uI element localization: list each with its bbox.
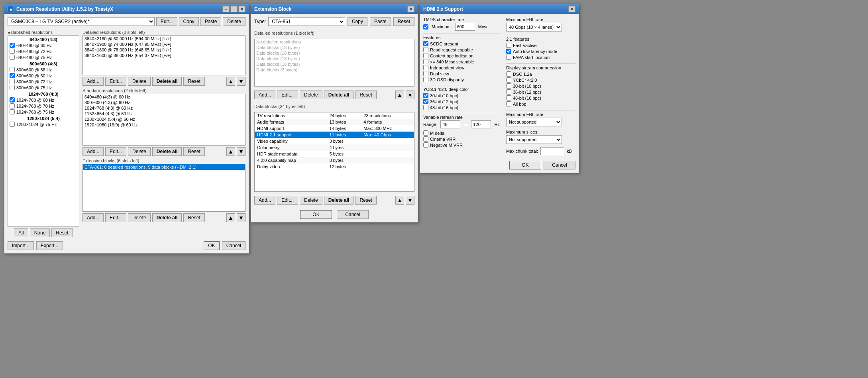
established-listbox[interactable]: 640×480 (4:3) 640×480 @ 60 Hz 640×480 @ … [8, 35, 79, 227]
ext-type-dropdown[interactable]: CTA-861 [268, 17, 345, 26]
established-reset-btn[interactable]: Reset [51, 228, 73, 237]
scdc-checkbox[interactable] [423, 41, 428, 46]
max-slices-dropdown[interactable]: Not supported [506, 135, 562, 144]
ext-detailed-reset-btn[interactable]: Reset [355, 91, 376, 99]
negative-vrr-checkbox[interactable] [423, 142, 428, 148]
checkbox-640-60[interactable] [10, 43, 15, 48]
detailed-add-btn[interactable]: Add... [82, 77, 104, 86]
ycbcr-48-checkbox[interactable] [423, 105, 428, 110]
extension-delete-btn[interactable]: Delete [128, 213, 151, 222]
ext-detailed-up-btn[interactable]: ▲ [395, 91, 404, 99]
tmds-max-input[interactable] [455, 23, 475, 31]
standard-add-btn[interactable]: Add... [82, 147, 104, 156]
monitor-dropdown[interactable]: GSMC0C8 – LG TV SSCR2 (active)* [8, 17, 155, 26]
dual-view-checkbox[interactable] [423, 71, 428, 76]
mdelta-checkbox[interactable] [423, 130, 428, 136]
checkbox-800-75[interactable] [10, 85, 15, 90]
hdmi-close-btn[interactable]: ✕ [568, 6, 575, 12]
ext-db-delete-btn[interactable]: Delete [300, 196, 322, 205]
cinema-vrr-checkbox[interactable] [423, 136, 428, 142]
import-btn[interactable]: Import... [8, 241, 34, 250]
cru-cancel-btn[interactable]: Cancel [222, 241, 245, 250]
dsc-ycbcr-checkbox[interactable] [506, 77, 511, 83]
cru-edit-button[interactable]: Edit... [156, 17, 177, 26]
dsc-all-checkbox[interactable] [506, 101, 511, 106]
tmds-max-checkbox[interactable] [423, 24, 428, 30]
ext-db-edit-btn[interactable]: Edit... [277, 196, 298, 205]
checkbox-800-56[interactable] [10, 67, 15, 72]
ext-detailed-edit-btn[interactable]: Edit... [277, 91, 298, 99]
ext-detailed-down-btn[interactable]: ▼ [406, 91, 414, 99]
extension-up-btn[interactable]: ▲ [226, 213, 235, 222]
fapa-checkbox[interactable] [506, 55, 511, 60]
cru-ok-btn[interactable]: OK [204, 241, 219, 250]
cru-close-btn[interactable]: ✕ [238, 6, 245, 12]
detailed-down-btn[interactable]: ▼ [237, 77, 245, 86]
fast-vactive-checkbox[interactable] [506, 43, 511, 48]
ext-db-down-btn[interactable]: ▼ [406, 196, 414, 205]
ext-copy-btn[interactable]: Copy [348, 17, 367, 26]
checkbox-1024-70[interactable] [10, 103, 15, 108]
standard-up-btn[interactable]: ▲ [226, 147, 235, 156]
ext-detailed-delete-btn[interactable]: Delete [300, 91, 322, 99]
extension-edit-btn[interactable]: Edit... [105, 213, 126, 222]
ext-ok-btn[interactable]: OK [300, 210, 332, 219]
read-request-checkbox[interactable] [423, 47, 428, 52]
cru-maximize-btn[interactable]: □ [230, 6, 238, 12]
scramble-checkbox[interactable] [423, 59, 428, 64]
independent-checkbox[interactable] [423, 65, 428, 70]
detailed-delete-all-btn[interactable]: Delete all [152, 77, 182, 86]
3d-osd-checkbox[interactable] [423, 77, 428, 82]
dsc-36-checkbox[interactable] [506, 89, 511, 94]
established-all-btn[interactable]: All [14, 228, 28, 237]
standard-resolutions-listbox[interactable]: 640×480 (4:3) @ 60 Hz 800×600 (4:3) @ 60… [82, 94, 245, 146]
export-btn[interactable]: Export... [36, 241, 63, 250]
ext-paste-btn[interactable]: Paste [370, 17, 391, 26]
ext-detailed-listbox[interactable]: No detailed resolutions Data blocks (18 … [254, 39, 414, 87]
hdmi-cancel-btn[interactable]: Cancel [544, 161, 575, 169]
ext-detailed-add-btn[interactable]: Add... [254, 91, 275, 99]
detailed-reset-btn[interactable]: Reset [183, 77, 204, 86]
ycbcr-30-checkbox[interactable] [423, 93, 428, 98]
ext-db-add-btn[interactable]: Add... [254, 196, 275, 205]
checkbox-800-60[interactable] [10, 73, 15, 78]
ext-detailed-delete-all-btn[interactable]: Delete all [324, 91, 354, 99]
ycbcr-36-checkbox[interactable] [423, 99, 428, 104]
extension-add-btn[interactable]: Add... [82, 213, 104, 222]
max-frl-dropdown[interactable]: 40 Gbps (10 × 4 lanes) [506, 23, 562, 32]
hdmi-ok-btn[interactable]: OK [509, 161, 541, 169]
extension-delete-all-btn[interactable]: Delete all [152, 213, 182, 222]
established-none-btn[interactable]: None [30, 228, 50, 237]
ext-db-up-btn[interactable]: ▲ [395, 196, 404, 205]
detailed-resolutions-listbox[interactable]: 3840×2160 @ 60.000 Hz (594.00 MHz) [+/+]… [82, 35, 245, 75]
auto-ll-checkbox[interactable] [506, 49, 511, 54]
cru-copy-button[interactable]: Copy [179, 17, 199, 26]
dsc-30-checkbox[interactable] [506, 83, 511, 89]
checkbox-1280-75[interactable] [10, 122, 15, 127]
vrr-min-input[interactable] [440, 120, 460, 128]
extension-blocks-listbox[interactable]: CTA-861: 0 detailed resolutions, 9 data … [82, 164, 245, 212]
standard-delete-all-btn[interactable]: Delete all [152, 147, 182, 156]
ext-db-delete-all-btn[interactable]: Delete all [324, 196, 354, 205]
dsc-12a-checkbox[interactable] [506, 71, 511, 77]
cru-paste-button[interactable]: Paste [200, 17, 222, 26]
standard-delete-btn[interactable]: Delete [128, 147, 151, 156]
checkbox-1024-75[interactable] [10, 109, 15, 114]
ext-data-blocks-listbox[interactable]: TV resolutions 24 bytes 23 resolutions A… [254, 112, 414, 192]
max-frl-rate-dropdown[interactable]: Not supported [506, 118, 562, 126]
vrr-max-input[interactable] [471, 120, 491, 128]
ext-cancel-btn[interactable]: Cancel [337, 210, 369, 219]
detailed-edit-btn[interactable]: Edit... [105, 77, 126, 86]
checkbox-640-72[interactable] [10, 49, 15, 54]
extension-down-btn[interactable]: ▼ [237, 213, 245, 222]
checkbox-1024-60[interactable] [10, 97, 15, 102]
ext-db-reset-btn[interactable]: Reset [355, 196, 376, 205]
checkbox-640-75[interactable] [10, 55, 15, 60]
cru-delete-button[interactable]: Delete [223, 17, 245, 26]
standard-edit-btn[interactable]: Edit... [105, 147, 126, 156]
standard-down-btn[interactable]: ▼ [237, 147, 245, 156]
detailed-delete-btn[interactable]: Delete [128, 77, 151, 86]
detailed-up-btn[interactable]: ▲ [226, 77, 235, 86]
checkbox-800-72[interactable] [10, 79, 15, 84]
max-chunk-input[interactable] [540, 147, 564, 155]
